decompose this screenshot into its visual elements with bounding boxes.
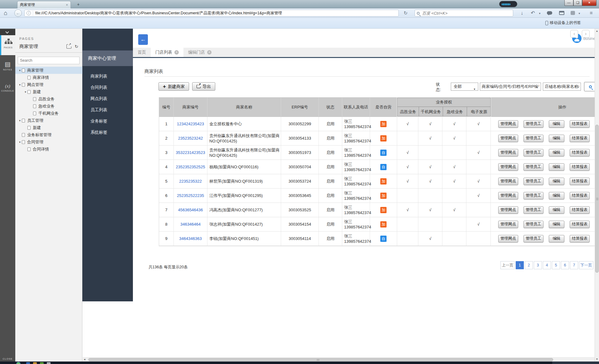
merchant-no-link[interactable]: 346346464 <box>180 222 201 227</box>
row-action-button[interactable]: 管理员工 <box>524 178 543 185</box>
row-action-button[interactable]: 管理员工 <box>524 206 543 214</box>
tree-item[interactable]: ▾合同管理 <box>15 138 82 146</box>
filter-search-button[interactable] <box>584 82 595 91</box>
window-panel-icon[interactable] <box>559 11 564 15</box>
row-action-button[interactable]: 管理网点 <box>498 235 518 242</box>
workspace-tab[interactable]: 编辑门店× <box>183 48 216 57</box>
row-action-button[interactable]: 管理员工 <box>524 192 543 199</box>
info-icon[interactable]: i <box>27 11 31 15</box>
row-action-button[interactable]: 管理员工 <box>524 235 543 242</box>
row-action-button[interactable]: 管理员工 <box>524 149 543 156</box>
row-action-button[interactable]: 结算报表 <box>570 192 590 199</box>
home-icon[interactable]: ⌂ <box>2 10 9 17</box>
sidebar-item[interactable]: 系统标签 <box>82 127 133 138</box>
tree-caret-icon[interactable]: ▾ <box>18 83 22 86</box>
merchant-no-link[interactable]: 45636546436 <box>178 208 203 212</box>
open-external-icon[interactable] <box>66 44 71 49</box>
row-action-button[interactable]: 结算报表 <box>570 149 590 156</box>
taskbar-app-icon[interactable] <box>26 362 30 364</box>
sidebar-item[interactable]: 员工列表 <box>82 104 133 116</box>
chat-icon[interactable] <box>547 11 552 15</box>
page-number-button[interactable]: 5 <box>552 261 560 269</box>
rail-item-console[interactable]: (x) CONSOLE <box>0 84 15 92</box>
minimize-button[interactable]: — <box>564 0 573 6</box>
vertical-scrollbar[interactable]: ▲ ▼ <box>595 29 599 362</box>
row-action-button[interactable]: 编辑 <box>549 178 564 185</box>
tree-item[interactable]: 新建 <box>15 124 82 131</box>
merchant-no-link[interactable]: 3464346363 <box>179 236 202 241</box>
rail-item-pages[interactable]: PAGES <box>0 35 15 55</box>
prev-page-button[interactable]: 上一页 <box>500 261 515 269</box>
page-number-button[interactable]: 6 <box>561 261 569 269</box>
next-page-button[interactable]: 下一页 <box>579 261 593 269</box>
downloads-icon[interactable]: ↓ <box>518 9 526 17</box>
row-action-button[interactable]: 结算报表 <box>570 206 590 214</box>
horizontal-scrollbar[interactable]: ◄ <box>83 357 595 362</box>
browser-search-input[interactable] <box>422 11 511 16</box>
tab-close-icon[interactable]: × <box>66 3 68 7</box>
row-action-button[interactable]: 结算报表 <box>570 135 590 142</box>
tree-item[interactable]: 商家详情 <box>15 74 82 81</box>
merchant-no-link[interactable]: 23523523242 <box>178 136 203 141</box>
tree-item[interactable]: ▾网点管理 <box>15 81 82 88</box>
pages-search-input[interactable] <box>18 57 80 64</box>
system-tray[interactable] <box>552 362 599 364</box>
tab-scroll-left-button[interactable]: ‹ <box>570 30 578 38</box>
tree-item[interactable]: 合同详情 <box>15 146 82 153</box>
start-orb-icon[interactable] <box>16 362 21 364</box>
row-action-button[interactable]: 管理员工 <box>524 120 543 128</box>
workspace-tab[interactable]: 首页 <box>133 48 151 57</box>
plugin-icon[interactable] <box>571 11 575 15</box>
merchant-no-link[interactable]: 252352522235 <box>177 193 204 198</box>
row-action-button[interactable]: 管理员工 <box>524 221 543 228</box>
new-merchant-button[interactable]: + 新建商家 <box>158 82 189 91</box>
row-action-button[interactable]: 编辑 <box>549 221 564 228</box>
merchant-no-link[interactable]: 2352352352525 <box>176 165 205 169</box>
row-action-button[interactable]: 管理网点 <box>498 135 518 142</box>
tab-scroll-right-button[interactable]: › <box>582 30 590 38</box>
tree-caret-icon[interactable]: ▾ <box>18 119 22 122</box>
collapse-rail-button[interactable] <box>0 29 15 35</box>
browser-search-box[interactable] <box>415 10 513 17</box>
vscroll-thumb[interactable] <box>595 125 599 273</box>
browser-tab[interactable]: 商家管理 × <box>17 1 71 8</box>
tree-item[interactable]: ▾新建 <box>15 88 82 95</box>
row-action-button[interactable]: 管理员工 <box>524 163 543 171</box>
row-action-button[interactable]: 管理网点 <box>498 163 518 171</box>
taskbar-app-icon[interactable] <box>47 362 51 364</box>
sidebar-item[interactable]: 网点列表 <box>82 93 133 104</box>
refresh-pointer-icon[interactable]: ↻ <box>74 44 79 49</box>
row-action-button[interactable]: 编辑 <box>549 235 564 242</box>
sidebar-item[interactable]: 业务标签 <box>82 116 133 127</box>
page-number-button[interactable]: 3 <box>534 261 542 269</box>
row-action-button[interactable]: 结算报表 <box>570 163 590 171</box>
taskbar-app-icon[interactable] <box>33 362 37 364</box>
tree-caret-icon[interactable]: ▾ <box>23 90 27 93</box>
merchant-no-link[interactable]: 123424235423 <box>177 122 204 126</box>
row-action-button[interactable]: 管理员工 <box>524 135 543 142</box>
close-panel-button[interactable]: CLOSE <box>0 357 15 360</box>
merchant-no-link[interactable]: 2235235322 <box>179 179 202 184</box>
tree-caret-icon[interactable]: ▾ <box>18 141 22 144</box>
new-tab-button[interactable]: + <box>74 2 82 7</box>
taskbar-app-icon[interactable] <box>40 362 44 364</box>
row-action-button[interactable]: 编辑 <box>549 163 564 171</box>
reload-icon[interactable]: ↻ <box>401 10 410 17</box>
close-icon[interactable]: × <box>174 50 179 55</box>
page-number-button[interactable]: 2 <box>525 261 533 269</box>
row-action-button[interactable]: 编辑 <box>549 206 564 214</box>
sidebar-item[interactable]: 商家列表 <box>82 71 133 82</box>
menu-icon[interactable]: ≡ <box>587 9 595 17</box>
tree-item[interactable]: ▾员工管理 <box>15 117 82 124</box>
row-action-button[interactable]: 结算报表 <box>570 235 590 242</box>
row-action-button[interactable]: 结算报表 <box>570 120 590 128</box>
row-action-button[interactable]: 管理网点 <box>498 206 518 214</box>
status-filter-select[interactable]: 全部 ▼ <box>451 83 478 91</box>
tree-item[interactable]: 品胜业务 <box>15 95 82 103</box>
maximize-button[interactable]: ❏ <box>573 0 582 6</box>
windows-taskbar[interactable] <box>0 362 599 364</box>
workspace-tab[interactable]: 门店列表× <box>151 48 183 57</box>
close-icon[interactable]: × <box>207 50 212 55</box>
tree-item[interactable]: 业务标签管理 <box>15 131 82 138</box>
merchant-no-link[interactable]: 3532231423523 <box>176 150 205 155</box>
